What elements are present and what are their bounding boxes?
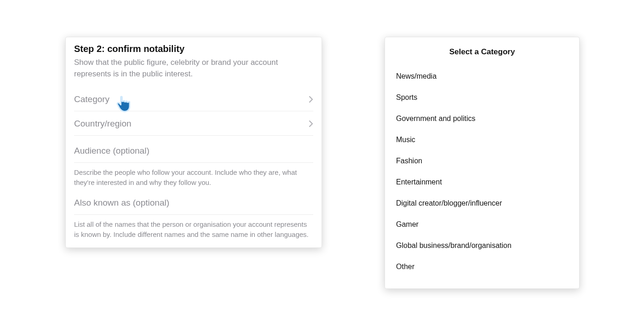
category-row[interactable]: Category xyxy=(74,87,313,111)
category-option-gamer[interactable]: Gamer xyxy=(396,214,568,235)
category-option-sports[interactable]: Sports xyxy=(396,87,568,108)
category-option-government-politics[interactable]: Government and politics xyxy=(396,108,568,129)
category-label: Category xyxy=(74,94,109,104)
category-option-global-business[interactable]: Global business/brand/organisation xyxy=(396,235,568,256)
notability-step-panel: Step 2: confirm notability Show that the… xyxy=(65,37,322,248)
also-known-as-label: Also known as (optional) xyxy=(74,188,313,215)
category-option-music[interactable]: Music xyxy=(396,129,568,150)
category-option-entertainment[interactable]: Entertainment xyxy=(396,172,568,193)
select-category-panel: Select a Category News/media Sports Gove… xyxy=(385,37,580,289)
country-region-label: Country/region xyxy=(74,119,132,129)
select-category-title: Select a Category xyxy=(396,47,568,57)
step-title: Step 2: confirm notability xyxy=(74,44,313,54)
step-description: Show that the public figure, celebrity o… xyxy=(74,57,313,80)
category-option-news-media[interactable]: News/media xyxy=(396,66,568,87)
audience-label: Audience (optional) xyxy=(74,136,313,163)
audience-help-text: Describe the people who follow your acco… xyxy=(74,163,313,188)
category-option-fashion[interactable]: Fashion xyxy=(396,150,568,172)
category-option-other[interactable]: Other xyxy=(396,256,568,277)
country-region-row[interactable]: Country/region xyxy=(74,111,313,136)
chevron-right-icon xyxy=(309,120,313,127)
category-option-digital-creator[interactable]: Digital creator/blogger/influencer xyxy=(396,193,568,214)
chevron-right-icon xyxy=(309,96,313,103)
also-known-as-help-text: List all of the names that the person or… xyxy=(74,215,313,240)
